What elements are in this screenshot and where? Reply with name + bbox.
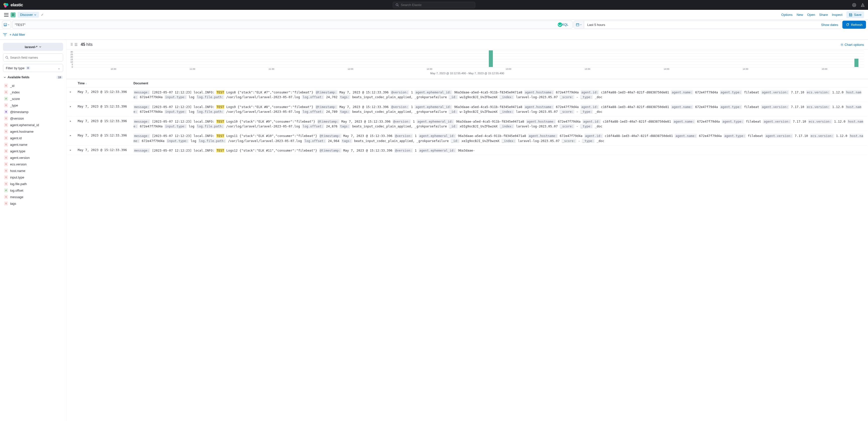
histogram-chart[interactable]: 302520151050 10:3011:0011:3012:0012:3013… — [66, 50, 868, 79]
newsfeed-icon[interactable] — [852, 3, 857, 7]
refresh-icon — [846, 23, 849, 26]
text-type-icon: t — [4, 84, 8, 88]
query-bar: KQL Last 5 hours Show dates Refresh — [0, 20, 868, 30]
breadcrumb-app[interactable]: Discover — [18, 12, 39, 18]
svg-point-6 — [852, 3, 856, 7]
text-type-icon: t — [4, 182, 8, 186]
field-name: ecs.version — [10, 162, 27, 166]
query-input[interactable] — [15, 23, 561, 27]
fields-sidebar: laravel-* Filter by type 0 ⌄ Available f… — [0, 40, 66, 421]
field-item[interactable]: tagent.hostname — [3, 129, 63, 135]
brand-name: elastic — [10, 2, 23, 7]
list-view-icon[interactable]: ☰ — [74, 43, 78, 47]
text-type-icon: t — [4, 142, 8, 146]
field-item[interactable]: tinput.type — [3, 174, 63, 180]
field-name: log.file.path — [10, 182, 27, 186]
index-pattern-selector[interactable]: laravel-* — [3, 43, 63, 51]
chevron-down-icon — [7, 24, 9, 26]
field-item[interactable]: tagent.type — [3, 148, 63, 154]
table-row: ▸May 7, 2023 @ 15:12:33.396message: [202… — [67, 132, 868, 145]
expand-row-button[interactable]: ▸ — [70, 134, 71, 137]
elastic-logo-icon — [3, 2, 8, 8]
svg-rect-9 — [4, 23, 7, 26]
add-filter-button[interactable]: + Add filter — [9, 33, 25, 36]
field-type-filter[interactable]: Filter by type 0 ⌄ — [3, 64, 63, 72]
chart-options-button[interactable]: Chart options — [840, 43, 864, 47]
svg-point-8 — [863, 5, 863, 6]
document-cell: message: [2023-05-07 12:12:23] local.INF… — [130, 132, 868, 145]
svg-line-5 — [398, 5, 399, 6]
query-input-wrap: KQL — [12, 21, 572, 29]
options-link[interactable]: Options — [781, 13, 793, 17]
field-item[interactable]: tagent.name — [3, 141, 63, 147]
show-dates-button[interactable]: Show dates — [818, 23, 841, 27]
text-type-icon: t — [4, 90, 8, 94]
document-cell: message: [2023-05-07 12:12:23] local.INF… — [130, 88, 868, 102]
field-search-input[interactable] — [10, 56, 61, 59]
time-col-header[interactable]: Time ↓ — [75, 80, 130, 87]
field-item[interactable]: ⧗@timestamp — [3, 109, 63, 115]
field-item[interactable]: t_id — [3, 83, 63, 89]
inspect-link[interactable]: Inspect — [832, 13, 842, 17]
field-item[interactable]: tlog.file.path — [3, 181, 63, 187]
field-name: message — [10, 195, 23, 199]
field-item[interactable]: tagent.id — [3, 135, 63, 141]
svg-point-4 — [396, 4, 398, 6]
field-item[interactable]: tmessage — [3, 194, 63, 200]
field-item[interactable]: t_index — [3, 89, 63, 95]
field-name: agent.id — [10, 136, 22, 140]
time-quick-button[interactable] — [574, 21, 584, 28]
expand-row-button[interactable]: ▸ — [70, 105, 71, 108]
field-name: agent.name — [10, 143, 27, 146]
number-type-icon: # — [4, 188, 8, 192]
text-type-icon: t — [4, 162, 8, 166]
field-item[interactable]: thost.name — [3, 168, 63, 174]
histogram-bar[interactable] — [855, 59, 859, 67]
field-item[interactable]: #_score — [3, 96, 63, 102]
disk-icon — [3, 23, 7, 26]
global-search-input[interactable] — [401, 3, 472, 7]
svg-point-13 — [6, 56, 8, 58]
new-link[interactable]: New — [797, 13, 803, 17]
field-item[interactable]: tecs.version — [3, 161, 63, 167]
field-item[interactable]: t_type — [3, 102, 63, 108]
share-link[interactable]: Share — [819, 13, 828, 17]
field-item[interactable]: ttags — [3, 200, 63, 206]
nav-toggle-button[interactable] — [4, 13, 8, 17]
help-icon[interactable] — [861, 3, 865, 7]
text-type-icon: t — [4, 149, 8, 153]
field-item[interactable]: t@version — [3, 115, 63, 121]
refresh-button[interactable]: Refresh — [842, 21, 866, 29]
global-search[interactable] — [393, 2, 475, 8]
document-table[interactable]: Time ↓ Document ▸May 7, 2023 @ 15:12:33.… — [66, 79, 868, 421]
timestamp-cell: May 7, 2023 @ 15:12:33.396 — [75, 132, 130, 145]
filter-settings-button[interactable] — [3, 33, 7, 37]
save-button[interactable]: Save — [846, 11, 864, 18]
chart-view-icon[interactable]: ⠿ — [70, 43, 73, 47]
histogram-bar[interactable] — [489, 50, 493, 67]
timestamp-cell: May 7, 2023 @ 15:12:33.396 — [75, 117, 130, 131]
results-panel: ⠿ ☰ 45 hits Chart options 302520151050 1… — [66, 40, 868, 421]
field-item[interactable]: tagent.version — [3, 155, 63, 161]
time-range-label[interactable]: Last 5 hours — [584, 23, 818, 27]
brand-logo[interactable]: elastic — [3, 2, 23, 8]
chevron-down-icon: ⌄ — [58, 66, 60, 70]
text-type-icon: t — [4, 130, 8, 134]
expand-row-button[interactable]: ▸ — [70, 148, 71, 151]
table-row: ▸May 7, 2023 @ 15:12:33.396message: [202… — [67, 117, 868, 131]
text-type-icon: t — [4, 103, 8, 107]
open-link[interactable]: Open — [807, 13, 815, 17]
saved-query-button[interactable] — [2, 21, 11, 29]
expand-row-button[interactable]: ▸ — [70, 90, 71, 93]
filter-icon — [3, 33, 7, 37]
space-avatar[interactable]: D — [10, 12, 16, 18]
field-item[interactable]: tagent.ephemeral_id — [3, 122, 63, 128]
number-type-icon: # — [4, 97, 8, 101]
available-fields-header[interactable]: Available fields 19 — [3, 75, 63, 80]
expand-row-button[interactable]: ▸ — [70, 120, 71, 122]
field-name: tags — [10, 202, 17, 205]
document-col-header[interactable]: Document — [130, 80, 868, 87]
plot-area[interactable]: 10:3011:0011:3012:0012:3013:0013:3014:00… — [74, 51, 864, 71]
search-icon — [5, 56, 8, 59]
field-item[interactable]: #log.offset — [3, 187, 63, 193]
